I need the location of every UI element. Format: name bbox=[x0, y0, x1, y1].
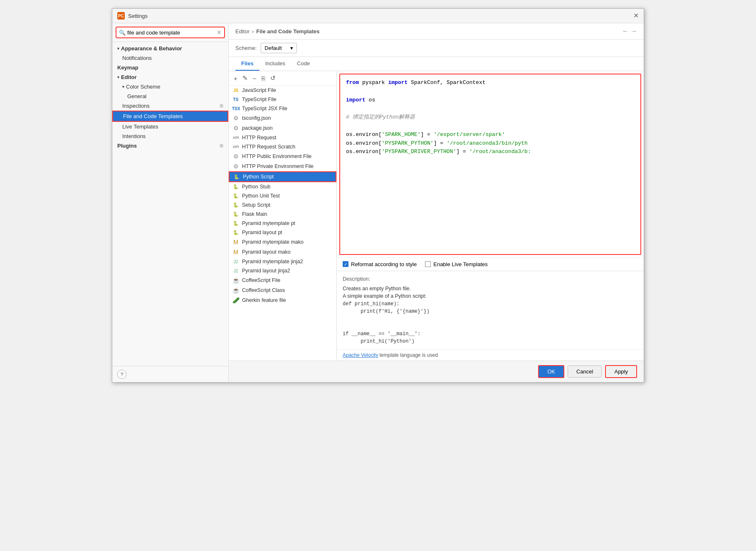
sidebar-item-inspections[interactable]: Inspections ⊞ bbox=[112, 101, 228, 111]
search-box: 🔍 ✕ bbox=[112, 23, 228, 42]
file-item-label: package.json bbox=[242, 125, 273, 131]
remove-file-button[interactable]: − bbox=[251, 74, 258, 83]
file-item-label: Pyramid mytemplate pt bbox=[242, 220, 295, 226]
file-item-label: CoffeeScript Class bbox=[242, 287, 285, 293]
window-title: Settings bbox=[128, 13, 148, 19]
apply-button[interactable]: Apply bbox=[605, 365, 637, 378]
file-item-pyramid-layout-jinja2[interactable]: J2 Pyramid layout jinja2 bbox=[229, 266, 336, 275]
file-item-python-script[interactable]: 🐍 Python Script bbox=[229, 171, 336, 182]
code-editor[interactable]: from pyspark import SparkConf, SparkCont… bbox=[339, 74, 641, 255]
copy-file-button[interactable]: ⎘ bbox=[260, 74, 267, 83]
file-item-label: CoffeeScript File bbox=[242, 277, 280, 283]
edit-file-button[interactable]: ✎ bbox=[241, 74, 250, 83]
sidebar-item-plugins[interactable]: Plugins ⊞ bbox=[112, 141, 228, 151]
reformat-checkbox-box bbox=[343, 261, 348, 267]
sidebar-item-intentions[interactable]: Intentions bbox=[112, 131, 228, 141]
package-icon: ⚙ bbox=[232, 125, 240, 131]
code-line bbox=[346, 122, 635, 131]
inspections-icon: ⊞ bbox=[220, 103, 223, 109]
code-line-comment: # 绑定指定的Python解释器 bbox=[346, 113, 635, 122]
file-item-label: Python Script bbox=[243, 174, 274, 180]
file-item-javascript[interactable]: JS JavaScript File bbox=[229, 86, 336, 95]
reset-file-button[interactable]: ↺ bbox=[269, 74, 277, 83]
code-line: import os bbox=[346, 96, 635, 105]
file-item-coffeescript-class[interactable]: ☕ CoffeeScript Class bbox=[229, 285, 336, 295]
file-item-python-stub[interactable]: 🐍 Python Stub bbox=[229, 182, 336, 191]
sidebar-label-general: General bbox=[127, 93, 146, 99]
bottom-bar: OK Cancel Apply bbox=[229, 361, 644, 382]
main-content: 🔍 ✕ ▾ Appearance & Behavior Notification… bbox=[112, 23, 644, 382]
file-item-pyramid-mytemplate-mako[interactable]: M Pyramid mytemplate mako bbox=[229, 237, 336, 247]
reformat-checkbox[interactable]: Reformat according to style bbox=[343, 261, 417, 267]
scheme-row: Scheme: Default ▾ bbox=[229, 40, 644, 57]
file-item-http-request[interactable]: API HTTP Request bbox=[229, 133, 336, 142]
coffeescript-class-icon: ☕ bbox=[232, 287, 240, 294]
title-bar-left: PC Settings bbox=[117, 12, 148, 20]
description-code6: print_hi('Python') bbox=[343, 338, 638, 345]
env-private-icon: ⚙ bbox=[232, 163, 240, 170]
sidebar-label-plugins: Plugins bbox=[117, 143, 137, 149]
file-item-coffeescript-file[interactable]: ☕ CoffeeScript File bbox=[229, 275, 336, 285]
code-panel: from pyspark import SparkConf, SparkCont… bbox=[337, 71, 644, 361]
file-item-flask-main[interactable]: 🐍 Flask Main bbox=[229, 210, 336, 219]
file-item-python-unit-test[interactable]: 🐍 Python Unit Test bbox=[229, 191, 336, 200]
file-item-label: Pyramid layout mako bbox=[242, 249, 291, 255]
code-line bbox=[346, 87, 635, 96]
file-item-http-scratch[interactable]: API HTTP Request Scratch bbox=[229, 142, 336, 151]
python-stub-icon: 🐍 bbox=[232, 184, 240, 190]
js-file-icon: JS bbox=[232, 88, 240, 93]
description-code: def print_hi(name): bbox=[343, 300, 638, 308]
description-label: Description: bbox=[343, 275, 638, 283]
file-item-typescript[interactable]: TS TypeScript File bbox=[229, 95, 336, 104]
file-item-pyramid-mytemplate-jinja2[interactable]: J2 Pyramid mytemplate jinja2 bbox=[229, 257, 336, 266]
sidebar-label-appearance: Appearance & Behavior bbox=[121, 45, 182, 52]
tab-files[interactable]: Files bbox=[235, 57, 259, 71]
sidebar-item-color-scheme[interactable]: ▾ Color Scheme bbox=[112, 82, 228, 91]
help-button[interactable]: ? bbox=[117, 370, 126, 379]
sidebar-item-keymap[interactable]: Keymap bbox=[112, 63, 228, 72]
file-item-pyramid-layout-mako[interactable]: M Pyramid layout mako bbox=[229, 247, 336, 257]
file-item-label: tsconfig.json bbox=[242, 115, 271, 121]
tab-code[interactable]: Code bbox=[291, 57, 316, 71]
pyramid-pt-icon: 🐍 bbox=[232, 221, 240, 226]
sidebar-tree: ▾ Appearance & Behavior Notifications Ke… bbox=[112, 42, 228, 366]
plugins-icon: ⊞ bbox=[220, 143, 223, 148]
file-item-label: Pyramid mytemplate jinja2 bbox=[242, 259, 303, 264]
file-item-http-private[interactable]: ⚙ HTTP Private Environment File bbox=[229, 161, 336, 171]
sidebar-item-live-templates[interactable]: Live Templates bbox=[112, 122, 228, 131]
velocity-note: Apache Velocity template language is use… bbox=[337, 349, 644, 361]
search-input[interactable] bbox=[127, 30, 217, 36]
file-item-label: JavaScript File bbox=[242, 87, 276, 93]
velocity-link[interactable]: Apache Velocity bbox=[343, 352, 378, 358]
file-item-pyramid-mytemplate-pt[interactable]: 🐍 Pyramid mytemplate pt bbox=[229, 219, 336, 228]
file-item-pyramid-layout-pt[interactable]: 🐍 Pyramid layout pt bbox=[229, 228, 336, 237]
sidebar-item-notifications[interactable]: Notifications bbox=[112, 53, 228, 63]
sidebar-item-editor[interactable]: ▾ Editor bbox=[112, 72, 228, 82]
file-item-tsconfig[interactable]: ⚙ tsconfig.json bbox=[229, 113, 336, 123]
chevron-down-icon-editor: ▾ bbox=[117, 75, 119, 79]
description-code3 bbox=[343, 315, 638, 323]
file-item-setup-script[interactable]: 🐍 Setup Script bbox=[229, 200, 336, 210]
sidebar-label-live-templates: Live Templates bbox=[122, 124, 158, 130]
search-clear-button[interactable]: ✕ bbox=[217, 29, 222, 36]
nav-forward-button[interactable]: → bbox=[630, 27, 637, 35]
nav-back-button[interactable]: ← bbox=[622, 27, 629, 35]
code-line bbox=[346, 104, 635, 113]
sidebar-item-file-code-templates[interactable]: File and Code Templates bbox=[112, 111, 228, 122]
file-item-label: HTTP Request bbox=[242, 135, 276, 141]
ok-button[interactable]: OK bbox=[538, 365, 564, 378]
file-item-tsx[interactable]: TSX TypeScript JSX File bbox=[229, 104, 336, 113]
scheme-dropdown[interactable]: Default ▾ bbox=[261, 43, 296, 53]
sidebar-item-general[interactable]: General bbox=[112, 91, 228, 101]
file-item-http-public[interactable]: ⚙ HTTP Public Environment File bbox=[229, 151, 336, 161]
add-file-button[interactable]: + bbox=[232, 74, 239, 83]
live-templates-checkbox[interactable]: Enable Live Templates bbox=[425, 261, 488, 267]
file-item-package-json[interactable]: ⚙ package.json bbox=[229, 123, 336, 133]
close-button[interactable]: ✕ bbox=[633, 12, 639, 19]
sidebar-item-appearance[interactable]: ▾ Appearance & Behavior bbox=[112, 44, 228, 53]
cancel-button[interactable]: Cancel bbox=[568, 366, 602, 378]
python-script-icon: 🐍 bbox=[233, 174, 240, 180]
file-item-gherkin[interactable]: 🥒 Gherkin feature file bbox=[229, 295, 336, 305]
tab-includes[interactable]: Includes bbox=[259, 57, 291, 71]
flask-main-icon: 🐍 bbox=[232, 212, 240, 217]
